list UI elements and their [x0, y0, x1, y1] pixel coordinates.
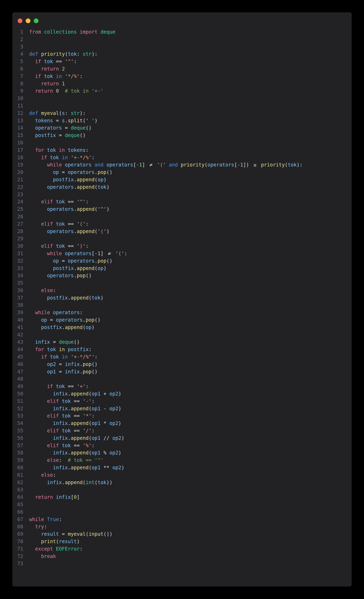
code-line-27[interactable]: 27 elif tok == '(':	[12, 220, 352, 228]
code-line-59[interactable]: 59 else: # tok == '^'	[12, 457, 352, 464]
code-line-39[interactable]: 39 while operators:	[12, 309, 352, 316]
code-line-54[interactable]: 54 infix.append(op1 * op2)	[12, 420, 352, 427]
line-content: while operators[-1] ≠ '(':	[29, 250, 127, 257]
code-line-70[interactable]: 70 print(result)	[12, 538, 352, 545]
code-line-71[interactable]: 71 except EOFError:	[12, 545, 352, 553]
code-line-20[interactable]: 20 op = operators.pop()	[12, 168, 352, 176]
code-line-47[interactable]: 47 op1 = infix.pop()	[12, 368, 352, 375]
code-line-61[interactable]: 61 else:	[12, 471, 352, 479]
code-line-52[interactable]: 52 infix.append(op1 - op2)	[12, 405, 352, 412]
code-line-53[interactable]: 53 elif tok == '*':	[12, 412, 352, 420]
code-line-32[interactable]: 32 op = operators.pop()	[12, 257, 352, 265]
code-line-13[interactable]: 13 tokens = s.split(' ')	[12, 117, 352, 124]
line-number: 24	[12, 198, 23, 205]
code-line-57[interactable]: 57 elif tok == '%':	[12, 442, 352, 449]
line-number: 10	[12, 95, 23, 102]
line-content: if tok == '^':	[29, 58, 77, 65]
code-line-50[interactable]: 50 infix.append(op1 + op2)	[12, 390, 352, 397]
code-line-48[interactable]: 48	[12, 375, 352, 383]
line-number: 46	[12, 361, 23, 368]
code-line-11[interactable]: 11	[12, 102, 352, 109]
code-line-2[interactable]: 2	[12, 36, 352, 43]
line-number: 56	[12, 434, 23, 442]
code-line-38[interactable]: 38	[12, 301, 352, 309]
code-line-9[interactable]: 9 return 0 # tok in '+-'	[12, 87, 352, 95]
line-number: 35	[12, 279, 23, 287]
code-line-10[interactable]: 10	[12, 95, 352, 102]
code-line-8[interactable]: 8 return 1	[12, 80, 352, 88]
code-line-36[interactable]: 36 else:	[12, 287, 352, 294]
line-number: 1	[12, 28, 23, 36]
code-line-31[interactable]: 31 while operators[-1] ≠ '(':	[12, 250, 352, 257]
code-line-21[interactable]: 21 postfix.append(op)	[12, 176, 352, 183]
code-line-34[interactable]: 34 operators.pop()	[12, 272, 352, 279]
code-line-30[interactable]: 30 elif tok == ')':	[12, 242, 352, 250]
code-line-16[interactable]: 16	[12, 139, 352, 146]
code-line-5[interactable]: 5 if tok == '^':	[12, 58, 352, 65]
code-line-66[interactable]: 66	[12, 508, 352, 516]
line-content: return infix[0]	[29, 493, 80, 501]
code-line-22[interactable]: 22 operators.append(tok)	[12, 183, 352, 191]
code-line-17[interactable]: 17 for tok in tokens:	[12, 146, 352, 154]
code-line-12[interactable]: 12def myeval(s: str):	[12, 109, 352, 117]
line-number: 34	[12, 272, 23, 279]
code-line-68[interactable]: 68 try:	[12, 523, 352, 530]
line-number: 50	[12, 390, 23, 397]
line-number: 38	[12, 301, 23, 309]
code-line-42[interactable]: 42	[12, 331, 352, 338]
code-line-63[interactable]: 63	[12, 486, 352, 493]
line-content: else:	[29, 287, 56, 294]
code-line-65[interactable]: 65	[12, 501, 352, 508]
code-line-49[interactable]: 49 if tok == '+':	[12, 383, 352, 390]
line-content: if tok in '+-*/%^':	[29, 353, 97, 361]
code-line-72[interactable]: 72 break	[12, 553, 352, 560]
code-line-4[interactable]: 4def priority(tok: str):	[12, 50, 352, 58]
code-line-18[interactable]: 18 if tok in '+-*/%':	[12, 154, 352, 161]
line-number: 8	[12, 80, 23, 88]
code-line-46[interactable]: 46 op2 = infix.pop()	[12, 361, 352, 368]
code-line-29[interactable]: 29	[12, 235, 352, 242]
code-line-55[interactable]: 55 elif tok == '/':	[12, 427, 352, 434]
zoom-button[interactable]	[34, 18, 38, 23]
code-line-44[interactable]: 44 for tok in postfix:	[12, 346, 352, 353]
code-line-28[interactable]: 28 operators.append('(')	[12, 228, 352, 235]
line-content: break	[29, 553, 56, 560]
line-content: while True:	[29, 516, 62, 523]
code-line-64[interactable]: 64 return infix[0]	[12, 493, 352, 501]
line-number: 55	[12, 427, 23, 434]
code-line-3[interactable]: 3	[12, 43, 352, 51]
code-line-73[interactable]: 73	[12, 560, 352, 567]
code-line-56[interactable]: 56 infix.append(op1 // op2)	[12, 434, 352, 442]
code-line-40[interactable]: 40 op = operators.pop()	[12, 316, 352, 324]
code-area[interactable]: 1from collections import deque234def pri…	[12, 28, 352, 567]
code-line-33[interactable]: 33 postfix.append(op)	[12, 265, 352, 272]
line-content: op2 = infix.pop()	[29, 361, 97, 368]
code-line-14[interactable]: 14 operators = deque()	[12, 124, 352, 132]
code-line-43[interactable]: 43 infix = deque()	[12, 338, 352, 346]
code-line-19[interactable]: 19 while operators and operators[-1] ≠ '…	[12, 161, 352, 168]
close-button[interactable]	[18, 18, 22, 23]
code-editor-window: 1from collections import deque234def pri…	[12, 12, 352, 587]
code-line-58[interactable]: 58 infix.append(op1 % op2)	[12, 449, 352, 457]
code-line-26[interactable]: 26	[12, 213, 352, 220]
code-line-7[interactable]: 7 if tok in '*/%':	[12, 73, 352, 80]
code-line-51[interactable]: 51 elif tok == '-':	[12, 397, 352, 405]
line-number: 40	[12, 316, 23, 324]
code-line-45[interactable]: 45 if tok in '+-*/%^':	[12, 353, 352, 361]
line-content: postfix.append(op)	[29, 176, 106, 183]
line-number: 52	[12, 405, 23, 412]
code-line-25[interactable]: 25 operators.append('^')	[12, 205, 352, 213]
code-line-69[interactable]: 69 result = myeval(input())	[12, 530, 352, 538]
code-line-37[interactable]: 37 postfix.append(tok)	[12, 294, 352, 301]
code-line-24[interactable]: 24 elif tok == '^':	[12, 198, 352, 205]
code-line-6[interactable]: 6 return 2	[12, 65, 352, 73]
code-line-23[interactable]: 23	[12, 191, 352, 198]
code-line-1[interactable]: 1from collections import deque	[12, 28, 352, 36]
code-line-35[interactable]: 35	[12, 279, 352, 287]
code-line-41[interactable]: 41 postfix.append(op)	[12, 324, 352, 331]
minimize-button[interactable]	[26, 18, 30, 23]
code-line-15[interactable]: 15 postfix = deque()	[12, 132, 352, 139]
code-line-67[interactable]: 67while True:	[12, 516, 352, 523]
code-line-62[interactable]: 62 infix.append(int(tok))	[12, 479, 352, 486]
code-line-60[interactable]: 60 infix.append(op1 ** op2)	[12, 464, 352, 471]
